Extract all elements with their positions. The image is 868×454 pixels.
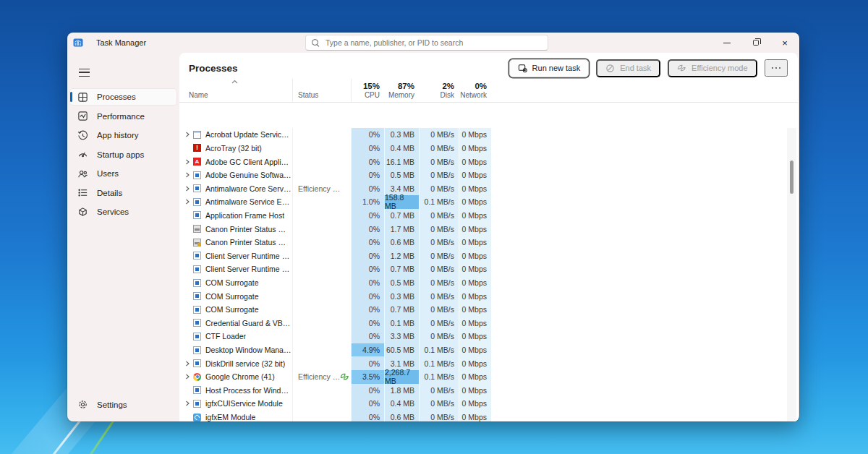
sidebar-item-label: Details [97,189,122,197]
table-row[interactable]: Acrobat Update Service (32 bit) 0% 0.3 M… [179,128,798,142]
details-icon [77,187,88,198]
network-cell: 0 Mbps [459,209,491,223]
expand-chevron-icon[interactable] [184,132,190,137]
generic-icon [193,279,201,287]
disk-cell: 0 MB/s [419,128,459,142]
memory-cell: 0.7 MB [384,303,419,317]
disk-cell: 0 MB/s [419,289,459,303]
table-row[interactable]: igfxEM Module 0% 0.6 MB 0 MB/s 0 Mbps [179,411,798,421]
menu-toggle-button[interactable] [72,63,95,82]
cpu-cell: 0% [351,330,384,343]
table-row[interactable]: COM Surrogate 0% 0.3 MB 0 MB/s 0 Mbps [179,289,798,303]
acrotray-icon [193,144,201,152]
status-column-label: Status [298,91,318,99]
table-row[interactable]: Canon Printer Status Window … 0% 0.6 MB … [179,236,798,249]
restore-icon [753,40,759,46]
close-button[interactable]: × [770,33,799,53]
vertical-scrollbar-track[interactable] [787,128,796,421]
sidebar-item-services[interactable]: Services [70,204,176,220]
table-row[interactable]: AcroTray (32 bit) 0% 0.4 MB 0 MB/s 0 Mbp… [179,142,798,155]
expand-chevron-icon[interactable] [184,374,190,380]
minimize-icon [723,43,731,43]
table-row[interactable]: Host Process for Windows Tasks 0% 1.8 MB… [179,384,798,398]
cpu-cell: 0% [351,397,384,411]
cpu-cell: 0% [351,236,384,249]
end-task-button[interactable]: End task [596,59,660,77]
page-title: Processes [189,63,238,74]
table-row[interactable]: Application Frame Host 0% 0.7 MB 0 MB/s … [179,209,798,223]
run-new-task-button[interactable]: Run new task [509,59,590,77]
network-cell: 0 Mbps [459,181,491,195]
cpu-cell: 0% [351,317,384,330]
sidebar-item-processes[interactable]: Processes [70,89,176,105]
expand-chevron-icon[interactable] [184,199,190,205]
disk-cell: 0 MB/s [419,276,459,290]
search-box[interactable] [305,35,548,51]
more-options-button[interactable] [765,59,788,77]
disk-cell: 0 MB/s [419,209,459,223]
memory-cell: 1.7 MB [384,222,419,236]
efficiency-mode-button[interactable]: Efficiency mode [668,59,757,77]
process-name: Application Frame Host [205,211,284,220]
search-input[interactable] [326,38,542,47]
process-name: COM Surrogate [205,305,259,314]
window-icon [193,131,201,139]
cpu-cell: 0% [351,168,384,182]
network-cell: 0 Mbps [459,384,491,398]
sidebar-item-details[interactable]: Details [70,185,176,201]
table-row[interactable]: Client Server Runtime Process 0% 0.7 MB … [179,262,798,276]
memory-cell: 0.4 MB [384,397,419,411]
table-row[interactable]: CTF Loader 0% 3.3 MB 0 MB/s 0 Mbps [179,330,798,343]
minimize-button[interactable] [712,33,741,53]
column-header-memory[interactable]: 87% Memory [384,79,419,102]
column-header-network[interactable]: 0% Network [459,79,491,102]
process-name: Client Server Runtime Process [205,265,292,273]
generic-icon [193,211,201,219]
table-row[interactable]: COM Surrogate 0% 0.7 MB 0 MB/s 0 Mbps [179,303,798,317]
process-name: igfxCUIService Module [205,399,283,408]
sidebar-item-startup-apps[interactable]: Startup apps [70,147,176,163]
process-name: Google Chrome (41) [205,372,275,381]
column-header-status[interactable]: Status [292,79,351,102]
table-row[interactable]: DiskDrill service (32 bit) 0% 3.1 MB 0.1… [179,356,798,370]
sidebar-item-settings[interactable]: Settings [70,397,176,413]
restore-button[interactable] [741,33,770,53]
table-row[interactable]: Google Chrome (41) Efficiency … 3.5% 2,2… [179,370,798,384]
sidebar: Processes Performance App history [67,53,179,421]
column-header-disk[interactable]: 2% Disk [419,79,459,102]
window-title: Task Manager [96,38,146,47]
cpu-cell: 3.5% [351,370,384,384]
process-name: Acrobat Update Service (32 bit) [205,130,292,139]
table-row[interactable]: Canon Printer Status Window 0% 1.7 MB 0 … [179,222,798,236]
sidebar-item-performance[interactable]: Performance [70,108,176,124]
memory-cell: 0.3 MB [384,289,419,303]
column-header-cpu[interactable]: 15% CPU [351,79,384,102]
sidebar-item-users[interactable]: Users [70,166,176,181]
expand-chevron-icon[interactable] [184,401,190,406]
memory-cell: 16.1 MB [384,155,419,168]
app-history-icon [77,130,88,141]
table-row[interactable]: Credential Guard & VBS Key Is… 0% 0.1 MB… [179,317,798,330]
table-row[interactable]: COM Surrogate 0% 0.5 MB 0 MB/s 0 Mbps [179,276,798,290]
table-row[interactable]: Antimalware Core Service Efficiency … 0%… [179,181,798,195]
titlebar[interactable]: Task Manager × [67,33,799,53]
table-row[interactable]: Antimalware Service Executable 1.0% 158.… [179,195,798,209]
table-row[interactable]: Adobe Genuine Software Servi… 0% 0.5 MB … [179,168,798,182]
disk-cell: 0.1 MB/s [419,343,459,357]
chrome-icon [193,373,201,381]
column-header-name[interactable]: Name [179,79,292,102]
close-icon: × [782,38,788,48]
table-row[interactable]: igfxCUIService Module 0% 0.4 MB 0 MB/s 0… [179,397,798,411]
expand-chevron-icon[interactable] [184,361,190,367]
expand-chevron-icon[interactable] [184,186,190,192]
sidebar-item-app-history[interactable]: App history [70,127,176,143]
network-cell: 0 Mbps [459,343,491,357]
expand-chevron-icon[interactable] [184,159,190,165]
table-row[interactable]: Desktop Window Manager 4.9% 60.5 MB 0.1 … [179,343,798,357]
cpu-cell: 0% [351,249,384,262]
table-row[interactable]: Client Server Runtime Process 0% 1.2 MB … [179,249,798,262]
table-row[interactable]: Adobe GC Client Application (… 0% 16.1 M… [179,155,798,168]
disk-cell: 0 MB/s [419,411,459,421]
expand-chevron-icon[interactable] [184,172,190,178]
vertical-scrollbar-thumb[interactable] [790,160,793,194]
